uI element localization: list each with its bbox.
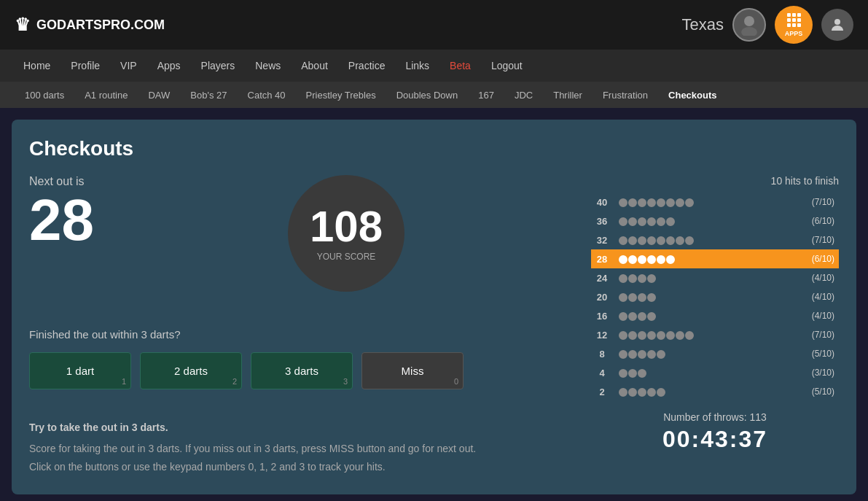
score-row-num: 12: [591, 325, 613, 344]
next-out-number: 28: [29, 191, 94, 249]
score-row-ratio: (7/10): [778, 193, 839, 211]
subnav-167[interactable]: 167: [468, 85, 504, 105]
circle-icon: [628, 293, 637, 302]
circle-icon: [638, 293, 646, 302]
score-row-circles: [613, 363, 778, 382]
circle-icon: [647, 350, 656, 359]
score-row-num: 16: [591, 306, 613, 325]
nav-about[interactable]: About: [292, 53, 337, 79]
logo-text: GODARTSPRO.COM: [36, 18, 165, 33]
circle-icon: [619, 350, 627, 359]
dart-3-button[interactable]: 3 darts 3: [251, 352, 353, 389]
nav-beta[interactable]: Beta: [441, 53, 480, 79]
subnav-catch40[interactable]: Catch 40: [238, 85, 296, 105]
score-row-num: 24: [591, 268, 613, 287]
circle-icon: [638, 331, 646, 340]
nav-news[interactable]: News: [246, 53, 289, 79]
timer: 00:43:37: [591, 426, 839, 453]
location-text: Texas: [682, 15, 724, 34]
circle-icon: [638, 312, 646, 321]
next-out-section: Next out is 28: [29, 175, 94, 271]
score-row-ratio: (7/10): [778, 230, 839, 249]
svg-point-2: [834, 19, 840, 25]
circle-icon: [647, 198, 656, 207]
circle-icon: [657, 217, 665, 226]
subnav-bobs27[interactable]: Bob's 27: [180, 85, 237, 105]
score-row-num: 2: [591, 382, 613, 401]
hint-title: Try to take the out in 3 darts.: [29, 419, 569, 437]
circle-icon: [647, 388, 656, 397]
score-row-num: 36: [591, 211, 613, 230]
circle-icon: [628, 236, 637, 245]
nav-profile[interactable]: Profile: [62, 53, 109, 79]
circle-icon: [619, 236, 627, 245]
circle-icon: [666, 217, 675, 226]
nav-apps[interactable]: Apps: [149, 53, 189, 79]
dart-2-label: 2 darts: [174, 365, 208, 377]
circle-icon: [628, 198, 637, 207]
circle-icon: [666, 236, 675, 245]
subnav-checkouts[interactable]: Checkouts: [658, 85, 727, 105]
circle-icon: [628, 312, 637, 321]
circle-icon: [676, 331, 684, 340]
circle-icon: [619, 331, 627, 340]
nav-links[interactable]: Links: [396, 53, 438, 79]
score-row-circles: [613, 382, 778, 401]
score-row-ratio: (4/10): [778, 268, 839, 287]
score-row: Next out is 28 108 YOUR SCORE: [29, 175, 569, 314]
circle-icon: [638, 198, 646, 207]
subnav-daw[interactable]: DAW: [138, 85, 180, 105]
circle-icon: [657, 198, 665, 207]
question-text: Finished the out within 3 darts?: [29, 328, 569, 341]
nav-practice[interactable]: Practice: [340, 53, 394, 79]
dart-3-label: 3 darts: [285, 365, 318, 377]
circle-icon: [619, 198, 627, 207]
circle-icon: [666, 255, 675, 264]
score-row-circles: [613, 230, 778, 249]
miss-button[interactable]: Miss 0: [361, 352, 464, 389]
main-content: Checkouts Next out is 28 108 YOUR SCORE …: [12, 120, 856, 494]
header-right: Texas APPS: [682, 6, 853, 44]
nav-logout[interactable]: Logout: [482, 53, 531, 79]
main-nav: Home Profile VIP Apps Players News About…: [0, 50, 868, 82]
circle-icon: [619, 217, 627, 226]
circle-icon: [647, 293, 656, 302]
circle-icon: [676, 236, 684, 245]
subnav-frustration[interactable]: Frustration: [593, 85, 658, 105]
apps-button[interactable]: APPS: [775, 6, 813, 44]
circle-icon: [628, 350, 637, 359]
circle-icon: [666, 331, 675, 340]
nav-vip[interactable]: VIP: [112, 53, 146, 79]
dart-1-badge: 1: [122, 377, 126, 386]
score-table: 40(7/10)36(6/10)32(7/10)28(6/10)24(4/10)…: [591, 193, 839, 401]
apps-label: APPS: [785, 30, 803, 37]
score-row-ratio: (4/10): [778, 306, 839, 325]
circle-icon: [657, 236, 665, 245]
circle-icon: [685, 198, 694, 207]
nav-players[interactable]: Players: [192, 53, 244, 79]
header: ♛ GODARTSPRO.COM Texas APPS: [0, 0, 868, 50]
circle-icon: [628, 331, 637, 340]
subnav-priestley[interactable]: Priestley Trebles: [296, 85, 386, 105]
subnav-doublesdown[interactable]: Doubles Down: [386, 85, 469, 105]
subnav-a1routine[interactable]: A1 routine: [74, 85, 138, 105]
dart-1-button[interactable]: 1 dart 1: [29, 352, 131, 389]
circle-icon: [638, 255, 646, 264]
circle-icon: [619, 274, 627, 283]
subnav-100darts[interactable]: 100 darts: [15, 85, 74, 105]
logo[interactable]: ♛ GODARTSPRO.COM: [15, 15, 165, 35]
user-button[interactable]: [821, 9, 853, 41]
subnav-jdc[interactable]: JDC: [504, 85, 543, 105]
nav-home[interactable]: Home: [15, 53, 59, 79]
subnav-thriller[interactable]: Thriller: [543, 85, 593, 105]
avatar[interactable]: [732, 8, 766, 42]
circle-icon: [638, 217, 646, 226]
dart-1-label: 1 dart: [66, 365, 94, 377]
dart-2-button[interactable]: 2 darts 2: [140, 352, 242, 389]
score-row-ratio: (6/10): [778, 211, 839, 230]
circle-icon: [619, 369, 627, 378]
score-row-ratio: (7/10): [778, 325, 839, 344]
score-row-num: 40: [591, 193, 613, 211]
score-row-circles: [613, 268, 778, 287]
circle-icon: [647, 255, 656, 264]
